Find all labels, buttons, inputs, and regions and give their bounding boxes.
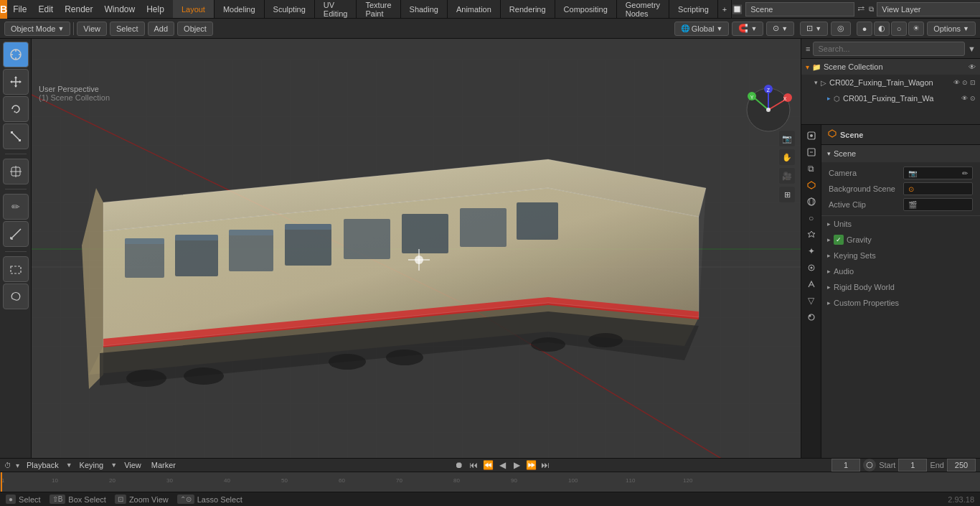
play-btn[interactable]: ▶ (510, 459, 523, 472)
rendered-shading[interactable]: ○ (891, 22, 907, 36)
modifier-props-btn[interactable] (804, 227, 819, 243)
tab-uv-editing[interactable]: UV Editing (315, 0, 357, 18)
material-props-btn[interactable] (804, 309, 819, 325)
material-shading[interactable]: ◐ (874, 22, 890, 36)
render-props-btn[interactable] (804, 128, 819, 144)
play-back-btn[interactable]: ◀ (496, 459, 509, 472)
menu-window[interactable]: Window (99, 0, 141, 18)
view-menu-tl[interactable]: View (121, 459, 144, 471)
tab-compositing[interactable]: Compositing (555, 0, 617, 18)
view-layer-input[interactable] (877, 2, 980, 17)
rigid-body-section[interactable]: ▸ Rigid Body World (821, 279, 980, 295)
playback-menu[interactable]: Playback (24, 459, 62, 471)
end-frame-input[interactable] (947, 459, 976, 472)
outliner-search[interactable] (813, 42, 965, 56)
tab-add[interactable]: + (718, 0, 732, 18)
start-frame-input[interactable] (898, 459, 927, 472)
layers-icon-btn[interactable]: ⊞ (779, 187, 795, 202)
custom-props-section[interactable]: ▸ Custom Properties (821, 295, 980, 311)
constraints-props-btn[interactable] (804, 276, 819, 292)
annotate-tool[interactable]: ✏ (3, 194, 29, 220)
lasso-select-tool[interactable] (3, 284, 29, 309)
camera2-icon-btn[interactable]: 🎥 (779, 168, 795, 184)
camera-icon-btn[interactable]: 📷 (779, 131, 795, 146)
menu-edit[interactable]: Edit (32, 0, 59, 18)
solid-shading[interactable]: ● (857, 22, 872, 36)
transform-tool[interactable] (3, 159, 29, 184)
camera-prop-value[interactable]: 📷 ✏ (903, 167, 973, 179)
tab-texture-paint[interactable]: Texture Paint (357, 0, 400, 18)
hand-icon-btn[interactable]: ✋ (779, 149, 795, 165)
scale-tool[interactable] (3, 123, 29, 149)
item-eye-icon[interactable]: 👁 (953, 79, 960, 86)
item2-eye-icon[interactable]: 👁 (961, 95, 968, 102)
object-menu[interactable]: Object (177, 22, 213, 36)
gravity-section[interactable]: ▸ ✓ Gravity (821, 232, 980, 248)
outliner-item-cr002[interactable]: ▾ ▷ CR002_Fuxing_Train_Wagon 👁 ⊙ ⊡ (801, 75, 980, 90)
jump-start-btn[interactable]: ⏮ (467, 459, 480, 472)
view-menu[interactable]: View (77, 22, 107, 36)
transform-dropdown[interactable]: 🌐 Global ▼ (674, 22, 730, 36)
active-clip-value[interactable]: 🎬 (903, 198, 973, 211)
object-mode-dropdown[interactable]: Object Mode ▼ (4, 22, 70, 36)
measure-tool[interactable] (3, 221, 29, 247)
tab-animation[interactable]: Animation (448, 0, 501, 18)
navigation-gizmo[interactable]: X Y Z (743, 85, 793, 135)
units-section[interactable]: ▸ Units (821, 216, 980, 232)
keying-chevron[interactable]: ▼ (110, 462, 117, 469)
current-frame-input[interactable] (831, 459, 860, 472)
add-menu[interactable]: Add (148, 22, 175, 36)
outliner-item-cr001[interactable]: ▸ ⬡ CR001_Fuxing_Train_Wa 👁 ⊙ (801, 90, 980, 106)
gravity-checkbox[interactable]: ✓ (834, 235, 844, 245)
camera-edit-icon[interactable]: ✏ (962, 169, 968, 177)
data-props-btn[interactable]: ▽ (804, 293, 819, 309)
overlay-btn[interactable]: ⊡ ▼ (800, 22, 828, 36)
tab-scripting[interactable]: Scripting (669, 0, 718, 18)
item-render-icon[interactable]: ⊡ (970, 79, 976, 86)
item-cam-icon[interactable]: ⊙ (962, 79, 968, 86)
fps-btn[interactable] (863, 459, 876, 472)
jump-end-btn[interactable]: ⏭ (539, 459, 552, 472)
tab-layout[interactable]: Layout (173, 0, 215, 18)
playback-chevron[interactable]: ▼ (66, 462, 72, 469)
keying-sets-section[interactable]: ▸ Keying Sets (821, 248, 980, 263)
step-fwd-btn[interactable]: ⏩ (524, 459, 537, 472)
snap-btn[interactable]: 🧲 ▼ (732, 22, 763, 36)
eevee-shading[interactable]: ☀ (908, 22, 924, 36)
world-props-btn[interactable] (804, 194, 819, 210)
scene-collection-item[interactable]: ▾ 📁 Scene Collection 👁 (801, 59, 980, 75)
audio-section[interactable]: ▸ Audio (821, 263, 980, 279)
outliner-filter[interactable]: ▼ (968, 44, 976, 53)
output-props-btn[interactable] (804, 144, 819, 160)
options-btn[interactable]: Options ▼ (927, 22, 976, 36)
box-select-tool[interactable] (3, 256, 29, 282)
orientation-gizmo[interactable]: X Y Z (743, 85, 793, 135)
view-layer-props-btn[interactable]: ⧉ (804, 161, 819, 177)
scene-input[interactable] (745, 2, 854, 17)
tab-shading[interactable]: Shading (401, 0, 448, 18)
move-tool[interactable] (3, 69, 29, 95)
xray-btn[interactable]: ◎ (831, 22, 851, 36)
tab-sculpting[interactable]: Sculpting (265, 0, 315, 18)
bg-scene-value[interactable]: ⊙ (903, 182, 973, 195)
cursor-tool[interactable] (3, 42, 29, 67)
scene-section-header[interactable]: ▾ Scene (821, 145, 980, 162)
item2-cam-icon[interactable]: ⊙ (970, 95, 976, 102)
physics-props-btn[interactable] (804, 260, 819, 276)
keying-menu[interactable]: Keying (77, 459, 107, 471)
marker-menu[interactable]: Marker (149, 459, 179, 471)
menu-help[interactable]: Help (141, 0, 170, 18)
proportional-btn[interactable]: ⊙ ▼ (766, 22, 794, 36)
tab-modeling[interactable]: Modeling (215, 0, 265, 18)
select-menu[interactable]: Select (110, 22, 145, 36)
particles-props-btn[interactable]: ✦ (804, 243, 819, 259)
viewport-canvas[interactable]: User Perspective (1) Scene Collection X … (32, 59, 801, 458)
eye-vis-icon[interactable]: 👁 (969, 63, 976, 71)
record-btn[interactable]: ⏺ (453, 459, 466, 472)
menu-render[interactable]: Render (59, 0, 98, 18)
tab-rendering[interactable]: Rendering (501, 0, 555, 18)
rotate-tool[interactable] (3, 96, 29, 122)
tab-geometry-nodes[interactable]: Geometry Nodes (617, 0, 669, 18)
object-props-btn[interactable]: ○ (804, 210, 819, 226)
3d-viewport[interactable]: User Perspective (1) Scene Collection X … (32, 39, 801, 458)
